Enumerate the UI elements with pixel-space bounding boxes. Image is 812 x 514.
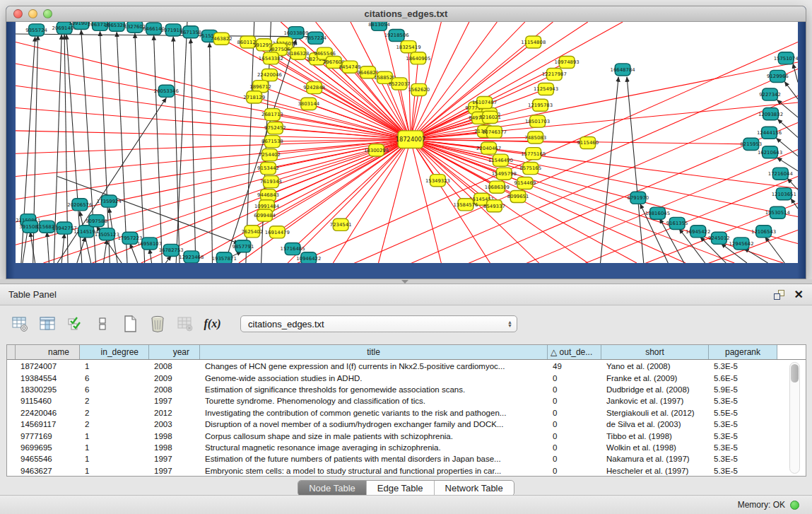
graph-node-17359924[interactable]: 17359924 bbox=[97, 195, 122, 207]
close-panel-icon[interactable]: ✕ bbox=[794, 290, 804, 300]
graph-node-12195783[interactable]: 12195783 bbox=[528, 99, 553, 111]
graph-node-11254943[interactable]: 11254943 bbox=[534, 83, 558, 95]
table-cell[interactable]: 1997 bbox=[149, 397, 200, 405]
citation-network-graph[interactable]: 9355724206914061091907120637141106532871… bbox=[16, 22, 798, 263]
table-cell[interactable]: 0 bbox=[548, 467, 601, 475]
row-height-icon[interactable] bbox=[93, 315, 112, 334]
graph-node-9857791[interactable]: 9857791 bbox=[233, 240, 254, 252]
graph-node-9242848[interactable]: 9242848 bbox=[303, 82, 325, 94]
table-columns-icon[interactable] bbox=[37, 315, 57, 334]
table-cell[interactable]: 1 bbox=[80, 455, 149, 463]
table-cell[interactable]: 1997 bbox=[149, 467, 200, 475]
graph-node-22040467[interactable]: 22040467 bbox=[476, 142, 501, 154]
graph-node-9161355[interactable]: 9161355 bbox=[666, 217, 688, 229]
table-cell[interactable]: 5.3E-5 bbox=[709, 467, 777, 475]
table-cell[interactable]: Franke et al. (2009) bbox=[601, 374, 709, 382]
graph-node-9227342[interactable]: 9227342 bbox=[759, 88, 781, 100]
table-cell[interactable]: 9465546 bbox=[16, 455, 80, 463]
table-cell[interactable]: 2 bbox=[80, 420, 149, 428]
zoom-window-button[interactable] bbox=[43, 9, 52, 18]
graph-node-6791970[interactable]: 6791970 bbox=[627, 192, 649, 204]
network-window-titlebar[interactable]: citations_edges.txt bbox=[6, 6, 806, 22]
table-cell[interactable]: 19384554 bbox=[16, 374, 80, 382]
graph-node-7254402[interactable]: 7254402 bbox=[259, 149, 281, 161]
graph-node-9129966[interactable]: 9129966 bbox=[767, 70, 789, 82]
graph-node-7857224[interactable]: 7857224 bbox=[305, 32, 326, 44]
graph-node-15751074[interactable]: 15751074 bbox=[774, 52, 798, 64]
graph-node-9752452[interactable]: 9752452 bbox=[264, 122, 286, 134]
table-row[interactable]: 977716911998Corpus callosum shape and si… bbox=[7, 430, 806, 441]
graph-node-12103651[interactable]: 12103651 bbox=[772, 188, 796, 200]
graph-node-11154808[interactable]: 11154808 bbox=[521, 36, 546, 48]
column-header-short[interactable]: short bbox=[601, 345, 709, 359]
table-cell[interactable]: 1998 bbox=[149, 443, 200, 452]
table-cell[interactable]: 49 bbox=[548, 362, 601, 370]
tab-node-table[interactable]: Node Table bbox=[298, 481, 367, 496]
table-row[interactable]: 1830029562008Estimation of significance … bbox=[7, 384, 806, 395]
table-cell[interactable]: 5.3E-5 bbox=[709, 443, 777, 452]
graph-node-7234541[interactable]: 7234541 bbox=[330, 218, 352, 230]
table-cell[interactable]: 1998 bbox=[149, 432, 200, 440]
table-cell[interactable]: 1997 bbox=[149, 455, 200, 463]
graph-node-6099484[interactable]: 6099484 bbox=[254, 209, 276, 221]
minimize-window-button[interactable] bbox=[28, 9, 37, 18]
column-select-icon[interactable] bbox=[65, 315, 84, 334]
table-cell[interactable]: 5.3E-5 bbox=[709, 397, 777, 405]
graph-node-8813054[interactable]: 8813054 bbox=[368, 22, 390, 30]
graph-node-19357871[interactable]: 19357871 bbox=[212, 252, 237, 263]
table-cell[interactable]: Jankovic et al. (1997) bbox=[601, 397, 709, 405]
table-cell[interactable]: 18300295 bbox=[16, 385, 80, 394]
table-cell[interactable]: Structural magnetic resonance image aver… bbox=[200, 443, 548, 452]
column-header-title[interactable]: title bbox=[200, 345, 548, 359]
table-row[interactable]: 911546021997Tourette syndrome. Phenomeno… bbox=[7, 395, 806, 407]
graph-node-9115460[interactable]: 9115460 bbox=[577, 136, 599, 148]
graph-node-8099651[interactable]: 8099651 bbox=[507, 190, 529, 202]
table-cell[interactable]: Estimation of the future numbers of pati… bbox=[200, 455, 548, 463]
table-cell[interactable]: Nakamura et al. (1997) bbox=[601, 455, 709, 463]
graph-node-7463822[interactable]: 7463822 bbox=[211, 33, 233, 45]
graph-node-1562620[interactable]: 1562620 bbox=[408, 83, 430, 95]
graph-node-20206576[interactable]: 20206576 bbox=[67, 199, 92, 211]
table-cell[interactable]: 22420046 bbox=[16, 409, 80, 417]
table-cell[interactable]: 9777169 bbox=[16, 432, 80, 440]
table-cell[interactable]: 1 bbox=[80, 443, 149, 452]
graph-node-15349323[interactable]: 15349323 bbox=[425, 175, 450, 187]
graph-node-8671538[interactable]: 8671538 bbox=[261, 136, 283, 148]
graph-node-12106543[interactable]: 12106543 bbox=[751, 226, 776, 238]
table-cell[interactable]: 0 bbox=[548, 385, 601, 394]
graph-node-9355724[interactable]: 9355724 bbox=[25, 24, 47, 36]
table-cell[interactable]: Disruption of a novel member of a sodium… bbox=[200, 420, 548, 428]
table-cell[interactable]: 5.3E-5 bbox=[709, 455, 777, 463]
table-cell[interactable]: 9463627 bbox=[16, 467, 80, 475]
table-cell[interactable]: Tibbo et al. (1998) bbox=[601, 432, 709, 440]
graph-node-2718129[interactable]: 2718129 bbox=[243, 91, 265, 103]
table-cell[interactable]: 2008 bbox=[149, 362, 200, 370]
graph-node-12444156[interactable]: 12444156 bbox=[757, 127, 782, 139]
table-cell[interactable]: Wolkin et al. (1998) bbox=[601, 443, 709, 452]
column-header-pagerank[interactable]: pagerank bbox=[709, 345, 777, 359]
graph-node-18640905[interactable]: 18640905 bbox=[406, 52, 430, 64]
table-cell[interactable]: Stergiakouli et al. (2012) bbox=[601, 409, 709, 417]
graph-node-9154469[interactable]: 9154469 bbox=[514, 177, 536, 189]
column-header-in_degree[interactable]: in_degree bbox=[80, 345, 149, 359]
table-row[interactable]: 1938455462009Genome-wide association stu… bbox=[7, 372, 806, 383]
table-cell[interactable]: Corpus callosum shape and size in male p… bbox=[200, 432, 548, 440]
table-cell[interactable]: 5.9E-5 bbox=[709, 385, 777, 394]
table-cell[interactable]: Changes of HCN gene expression and I(f) … bbox=[200, 362, 548, 370]
graph-node-8575165[interactable]: 8575165 bbox=[519, 163, 541, 175]
graph-node-9245012[interactable]: 9245012 bbox=[708, 232, 730, 244]
table-cell[interactable]: de Silva et al. (2003) bbox=[601, 420, 709, 428]
network-canvas[interactable]: 9355724206914061091907120637141106532871… bbox=[16, 22, 798, 263]
table-cell[interactable]: 6 bbox=[80, 385, 149, 394]
graph-node-15716485[interactable]: 15716485 bbox=[280, 243, 305, 255]
table-source-dropdown[interactable]: citations_edges.txt ▲▼ bbox=[240, 315, 517, 332]
table-cell[interactable]: 0 bbox=[548, 397, 601, 405]
tab-edge-table[interactable]: Edge Table bbox=[367, 481, 435, 496]
table-cell[interactable]: 2 bbox=[80, 397, 149, 405]
column-header-year[interactable]: year bbox=[149, 345, 200, 359]
graph-node-15775165[interactable]: 15775165 bbox=[521, 148, 546, 160]
table-cell[interactable]: 5.3E-5 bbox=[709, 420, 777, 428]
table-cell[interactable]: Estimation of significance thresholds fo… bbox=[200, 385, 548, 394]
float-panel-icon[interactable] bbox=[774, 290, 784, 300]
table-cell[interactable]: 0 bbox=[548, 432, 601, 440]
